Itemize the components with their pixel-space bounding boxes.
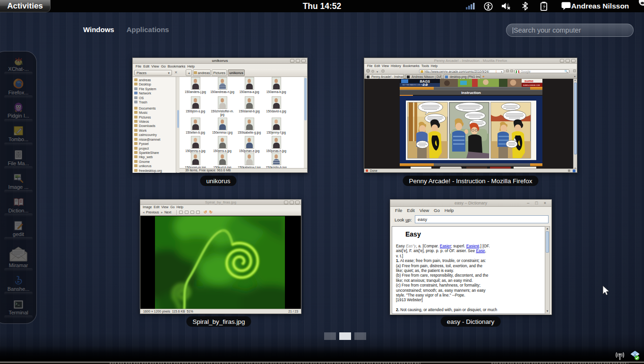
svg-text:sumo: sumo: [524, 79, 533, 83]
svg-text:SUMOLOUNGE.COM: SUMOLOUNGE.COM: [523, 85, 540, 86]
svg-text:2.0: 2.0: [422, 83, 428, 87]
